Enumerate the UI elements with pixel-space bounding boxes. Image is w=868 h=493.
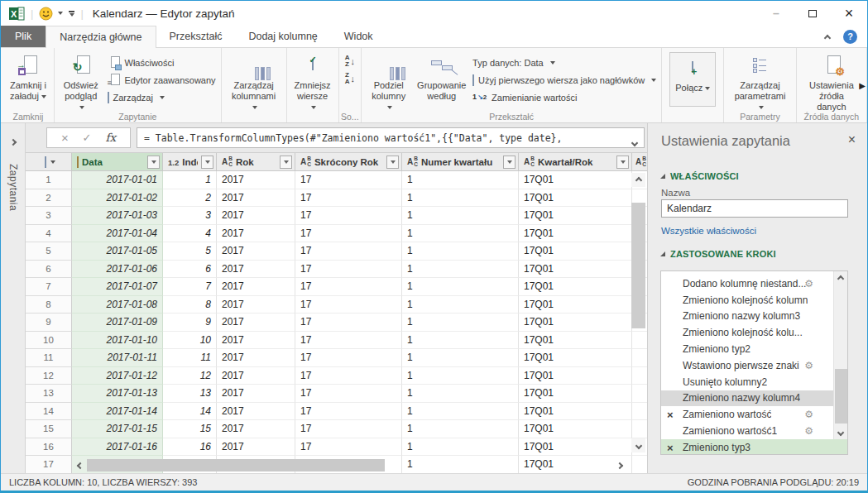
all-properties-link[interactable]: Wszystkie właściwości <box>661 226 756 236</box>
column-header-data[interactable]: Data <box>72 153 163 170</box>
column-filter-button[interactable] <box>147 156 160 169</box>
column-header-overflow[interactable]: ABC <box>632 153 647 170</box>
formula-commit-button[interactable]: ✓ <box>83 132 92 143</box>
cell-numer-kwartalu: 1 <box>402 207 519 225</box>
delete-step-button[interactable]: × <box>667 408 674 423</box>
vertical-scrollbar-thumb[interactable] <box>631 203 645 328</box>
column-filter-button[interactable] <box>280 156 292 169</box>
quick-access-toolbar-dropdown[interactable] <box>69 11 74 17</box>
ribbon-button-use-first-row-as-headers[interactable]: Użyj pierwszego wiersza jako nagłówków <box>470 72 659 88</box>
row-number: 4 <box>26 225 72 243</box>
column-filter-button[interactable] <box>386 156 399 169</box>
applied-step-zmieniono-typ3[interactable]: ×Zmieniono typ3 <box>661 439 847 455</box>
applied-step-usunieto-kolumny2[interactable]: Usunięto kolumny2 <box>661 374 833 390</box>
applied-step-zmieniono-nazwy-kolumn3[interactable]: Zmieniono nazwy kolumn3 <box>661 309 833 325</box>
steps-scroll-down-button[interactable] <box>834 425 847 439</box>
applied-step-zmieniono-typ2[interactable]: Zmieniono typ2 <box>661 341 833 357</box>
tab-narzedzia-glowne[interactable]: Narzędzia główne <box>46 26 156 48</box>
applied-step-zmieniono-kolejnosc-kolu[interactable]: Zmieniono kolejność kolu... <box>661 324 833 341</box>
applied-step-zmieniono-kolejnosc-kolumn[interactable]: Zmieniono kolejność kolumn <box>661 292 833 309</box>
column-header-rok[interactable]: ABCRok <box>217 153 295 170</box>
column-filter-button[interactable] <box>616 156 629 169</box>
column-header-numer-kwartalu[interactable]: ABCNumer kwartału <box>402 153 519 170</box>
formula-buttons: × ✓ fx <box>46 127 131 148</box>
tab-dodaj-kolumne[interactable]: Dodaj kolumnę <box>235 26 330 47</box>
minimize-button[interactable]: – <box>758 1 794 26</box>
ribbon-button-sort-descending[interactable]: ZA↓ <box>345 72 355 85</box>
ribbon-overflow-button[interactable]: ▶ <box>859 81 866 90</box>
fx-icon[interactable]: fx <box>105 132 116 144</box>
collapse-ribbon-button[interactable] <box>823 29 832 45</box>
scroll-up-button[interactable] <box>631 173 645 187</box>
cell-numer-kwartalu: 1 <box>402 314 519 332</box>
ribbon-button-refresh-preview[interactable]: ↻Odświeżpodgląd <box>57 50 105 113</box>
close-settings-panel-button[interactable]: × <box>848 133 856 146</box>
ribbon-button-reduce-rows[interactable]: ✓Zmniejszwiersze <box>290 50 336 113</box>
ribbon-button-manage-parameters[interactable]: Zarządzajparametrami <box>727 50 794 113</box>
query-name-input[interactable] <box>661 199 848 218</box>
ribbon-group-group-6: +Połącz <box>662 48 724 122</box>
ribbon-button-data-type[interactable]: Typ danych: Data <box>470 55 659 70</box>
ribbon-group-zapytanie: ↻OdświeżpodglądWłaściwości≡Edytor zaawan… <box>55 48 222 122</box>
close-window-button[interactable]: × <box>831 1 867 26</box>
cell-kwartal-rok: 17Q01 <box>519 332 632 350</box>
feedback-smiley-button[interactable] <box>39 7 63 21</box>
tab-przeksztalc[interactable]: Przekształć <box>156 26 236 47</box>
step-settings-gear-icon[interactable]: ⚙ <box>804 408 813 422</box>
select-all-corner-button[interactable] <box>26 153 72 170</box>
applied-step-dodano-kolumne-niestand[interactable]: Dodano kolumnę niestand...⚙ <box>661 275 833 292</box>
formula-cancel-button[interactable]: × <box>61 132 69 144</box>
applied-step-zmieniono-nazwy-kolumn4[interactable]: Zmieniono nazwy kolumn4 <box>661 390 833 407</box>
ribbon-button-sort-ascending[interactable]: AZ↓ <box>345 55 355 68</box>
ribbon-button-split-column[interactable]: Podzielkolumny <box>364 50 413 113</box>
ribbon-button-replace-values[interactable]: 1↘2Zamienianie wartości <box>470 89 659 105</box>
ribbon-button-advanced-editor[interactable]: ≡Edytor zaawansowany <box>105 72 218 88</box>
ribbon-button-group-by[interactable]: Grupowaniewedług <box>413 50 470 102</box>
horizontal-scrollbar-thumb[interactable] <box>87 459 385 471</box>
ribbon-button-manage-columns[interactable]: Zarządzajkolumnami <box>224 50 284 113</box>
step-settings-gear-icon[interactable]: ⚙ <box>804 424 813 438</box>
tab-widok[interactable]: Widok <box>331 26 386 47</box>
formula-input[interactable]: = Table.TransformColumnTypes(#"Zamienion… <box>137 127 645 148</box>
dropdown-caret-icon <box>41 95 46 98</box>
steps-scrollbar-thumb[interactable] <box>835 369 847 424</box>
applied-steps-section-header[interactable]: ZASTOSOWANE KROKI <box>660 249 776 259</box>
column-filter-button[interactable] <box>201 156 213 169</box>
applied-step-zamieniono-wartosc1[interactable]: Zamieniono wartość1⚙ <box>661 423 833 439</box>
scroll-left-button[interactable] <box>74 458 87 472</box>
step-settings-gear-icon[interactable]: ⚙ <box>804 359 813 373</box>
tab-file[interactable]: Plik <box>1 26 46 47</box>
table-row: 102017-01-1010201717117Q01 <box>26 332 647 350</box>
step-settings-gear-icon[interactable]: ⚙ <box>804 277 813 291</box>
ribbon-button-close-and-load[interactable]: →Zamknij izaładuj <box>5 50 51 102</box>
ribbon-button-combine[interactable]: +Połącz <box>669 52 716 107</box>
cell-overflow <box>632 456 647 473</box>
ribbon-button-properties[interactable]: Właściwości <box>105 55 218 70</box>
column-filter-button[interactable] <box>503 156 516 169</box>
ribbon-group-parametry: ZarządzajparametramiParametry <box>724 48 797 122</box>
properties-section-header[interactable]: WŁAŚCIWOŚCI <box>660 171 739 181</box>
cell-rok: 2017 <box>217 242 295 261</box>
applied-step-zamieniono-wartosc[interactable]: ×Zamieniono wartość⚙ <box>661 406 833 423</box>
cell-kwartal-rok: 17Q01 <box>519 242 632 261</box>
expand-formula-bar-button[interactable] <box>632 136 637 148</box>
table-row: 132017-01-1313201717117Q01 <box>26 385 647 403</box>
scroll-right-button[interactable] <box>613 458 626 472</box>
column-header-indeks[interactable]: 1.2Indeks <box>163 153 217 170</box>
column-header-skrocony-rok[interactable]: ABCSkrócony Rok <box>295 153 402 170</box>
maximize-button[interactable] <box>794 1 831 26</box>
step-label: Zmieniono typ2 <box>683 343 751 355</box>
applied-step-wstawiono-pierwsze-znaki[interactable]: Wstawiono pierwsze znaki⚙ <box>661 357 833 374</box>
ribbon-button-data-source-settings[interactable]: ⚙Ustawieniaźródła danych <box>799 50 864 113</box>
scroll-down-button[interactable] <box>631 438 645 452</box>
steps-scroll-up-button[interactable] <box>834 271 847 285</box>
advanced-editor-icon: ≡ <box>108 74 121 87</box>
excel-icon: X <box>9 7 25 21</box>
help-button[interactable]: ? <box>843 30 857 44</box>
column-header-kwartal-rok[interactable]: ABCKwartał/Rok <box>519 153 632 170</box>
cell-kwartal-rok: 17Q01 <box>519 438 632 457</box>
ribbon-button-manage[interactable]: Zarządzaj <box>105 89 218 105</box>
delete-step-button[interactable]: × <box>667 441 674 455</box>
cell-skrocony-rok: 17 <box>295 278 402 296</box>
expand-queries-pane-button[interactable] <box>7 132 19 151</box>
